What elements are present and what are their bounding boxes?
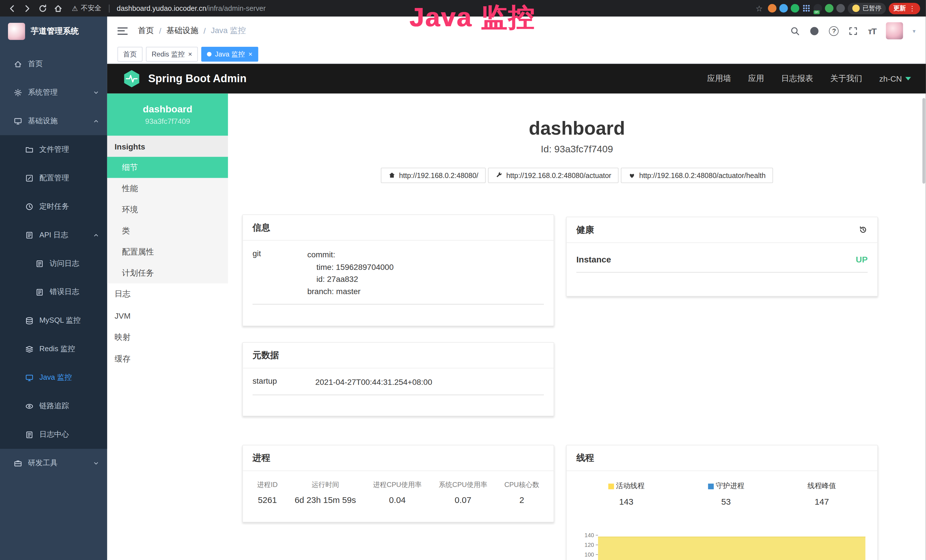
info-card: 信息 git commit: time: 1596289704000 id: 2…	[242, 215, 554, 326]
app-logo[interactable]: 芋道管理系统	[0, 17, 107, 46]
breadcrumb: 首页 / 基础设施 / Java 监控	[138, 26, 246, 36]
process-card-title: 进程	[243, 445, 554, 471]
font-size-icon[interactable]: тT	[868, 26, 876, 36]
threads-card-body: 活动线程 143 守护进程 53 线程峰值 147 140 12	[567, 471, 877, 560]
paused-extension-badge[interactable]: 已暂停	[848, 3, 886, 14]
sba-nav-about[interactable]: 关于我们	[830, 74, 862, 84]
sidebar-submenu: 文件管理 配置管理 定时任务 API 日志 访问日志	[0, 135, 107, 449]
breadcrumb-home[interactable]: 首页	[138, 26, 154, 36]
app-logo-image	[8, 23, 25, 40]
sba-item-logs[interactable]: 日志	[107, 283, 228, 305]
sidebar-item-label: 文件管理	[39, 144, 69, 154]
caret-down-icon[interactable]: ▾	[912, 28, 915, 34]
reload-button[interactable]	[36, 2, 49, 15]
browser-menu-icon[interactable]: ⋮	[909, 4, 915, 12]
sidebar-item-label: 首页	[28, 59, 43, 69]
process-card-body: 进程ID 5261 运行时间 6d 23h 15m 59s 进程CPU使用率 0…	[243, 471, 554, 505]
search-icon[interactable]	[791, 26, 800, 36]
update-button[interactable]: 更新 ⋮	[889, 3, 920, 14]
sba-item-mappings[interactable]: 映射	[107, 327, 228, 348]
back-button[interactable]	[6, 2, 18, 15]
sidebar-item-mysql-monitor[interactable]: MySQL 监控	[0, 306, 107, 334]
page-title: dashboard	[228, 118, 926, 139]
sidebar-item-system-management[interactable]: 系统管理	[0, 78, 107, 107]
close-icon[interactable]: ×	[248, 50, 253, 58]
sidebar-item-file-management[interactable]: 文件管理	[0, 135, 107, 164]
close-icon[interactable]: ×	[188, 50, 192, 58]
app-title: 芋道管理系统	[31, 26, 79, 36]
sba-navbar: Spring Boot Admin 应用墙 应用 日志报表 关于我们 zh-CN	[107, 64, 926, 94]
monitor-icon	[14, 117, 22, 125]
home-button[interactable]	[52, 2, 65, 15]
sidebar-item-api-logs[interactable]: API 日志	[0, 221, 107, 249]
chevron-down-icon	[93, 460, 99, 466]
url-bar[interactable]: dashboard.yudao.iocoder.cn/infra/admin-s…	[117, 4, 265, 12]
breadcrumb-infrastructure[interactable]: 基础设施	[166, 26, 198, 36]
fullscreen-icon[interactable]	[849, 26, 858, 36]
help-icon[interactable]: ?	[829, 26, 839, 36]
metadata-value: 2021-04-27T00:44:31.254+08:00	[315, 376, 544, 389]
scrollbar[interactable]	[922, 98, 925, 184]
metric-label: 进程CPU使用率	[373, 480, 422, 490]
user-avatar[interactable]	[886, 22, 903, 39]
spring-boot-admin-logo	[122, 69, 141, 88]
security-indicator[interactable]: ⚠ 不安全	[72, 3, 101, 13]
actuator-url-label: http://192.168.0.2:48080/actuator	[506, 171, 611, 179]
sba-brand-title[interactable]: Spring Boot Admin	[148, 73, 247, 85]
service-url-link[interactable]: http://192.168.0.2:48080/	[381, 168, 486, 183]
extensions-grid-icon[interactable]	[802, 4, 811, 12]
sba-nav-links: 应用墙 应用 日志报表 关于我们 zh-CN	[707, 74, 911, 84]
extension-icon[interactable]	[791, 4, 799, 12]
sidebar-item-tracing[interactable]: 链路追踪	[0, 392, 107, 420]
sidebar-item-label: MySQL 监控	[39, 315, 81, 325]
forward-button[interactable]	[21, 2, 34, 15]
sba-nav-environment[interactable]: 环境	[107, 199, 228, 220]
sba-nav-details[interactable]: 细节	[107, 157, 228, 178]
chevron-up-icon	[93, 232, 99, 238]
puzzle-extension-icon[interactable]	[837, 4, 845, 12]
locale-selector[interactable]: zh-CN	[879, 74, 911, 83]
extension-icon[interactable]	[825, 4, 834, 12]
paused-label: 已暂停	[862, 4, 881, 12]
sba-nav-wallboard[interactable]: 应用墙	[707, 74, 731, 84]
threads-legend: 活动线程 143 守护进程 53 线程峰值 147	[576, 479, 867, 506]
actuator-url-link[interactable]: http://192.168.0.2:48080/actuator	[488, 168, 619, 183]
tab-redis-monitor[interactable]: Redis 监控 ×	[146, 47, 198, 62]
sidebar-item-home[interactable]: 首页	[0, 50, 107, 78]
legend-label: 线程峰值	[808, 481, 836, 491]
sidebar-item-infrastructure[interactable]: 基础设施	[0, 107, 107, 135]
sba-item-caches[interactable]: 缓存	[107, 348, 228, 370]
sba-nav-classes[interactable]: 类	[107, 220, 228, 241]
extension-icon[interactable]	[768, 4, 776, 12]
sidebar-item-config-management[interactable]: 配置管理	[0, 164, 107, 192]
health-url-link[interactable]: http://192.168.0.2:48080/actuator/health	[621, 168, 773, 183]
sba-app-id: 93a3fc7f7409	[145, 117, 190, 126]
history-icon[interactable]	[858, 226, 867, 235]
tab-java-monitor[interactable]: Java 监控 ×	[201, 47, 258, 62]
sidebar-item-scheduled-tasks[interactable]: 定时任务	[0, 192, 107, 221]
sba-app-header[interactable]: dashboard 93a3fc7f7409	[107, 94, 228, 136]
table-row[interactable]: Instance UP	[576, 251, 867, 273]
github-icon[interactable]	[809, 26, 819, 36]
sba-nav-config-props[interactable]: 配置属性	[107, 241, 228, 262]
sidebar-item-log-center[interactable]: 日志中心	[0, 420, 107, 449]
extension-icon[interactable]	[779, 4, 788, 12]
sba-item-jvm[interactable]: JVM	[107, 305, 228, 327]
metric-value: 0.04	[373, 495, 422, 505]
sidebar-item-error-logs[interactable]: 错误日志	[0, 278, 107, 306]
sidebar-item-java-monitor[interactable]: Java 监控	[0, 363, 107, 392]
sidebar-item-redis-monitor[interactable]: Redis 监控	[0, 334, 107, 363]
sidebar-item-access-logs[interactable]: 访问日志	[0, 249, 107, 278]
sba-nav-journal[interactable]: 日志报表	[781, 74, 813, 84]
hamburger-menu-icon[interactable]	[118, 27, 128, 35]
extension-icon[interactable]: on	[814, 4, 822, 12]
tab-home[interactable]: 首页	[118, 47, 142, 62]
sidebar-item-label: 研发工具	[28, 458, 57, 468]
metric-label: 系统CPU使用率	[439, 480, 487, 490]
sidebar-item-dev-tools[interactable]: 研发工具	[0, 449, 107, 477]
sba-nav-applications[interactable]: 应用	[748, 74, 764, 84]
bookmark-star-icon[interactable]: ☆	[756, 4, 763, 13]
sba-nav-scheduled-tasks[interactable]: 计划任务	[107, 262, 228, 283]
sba-nav-performance[interactable]: 性能	[107, 178, 228, 199]
home-icon	[388, 172, 396, 179]
